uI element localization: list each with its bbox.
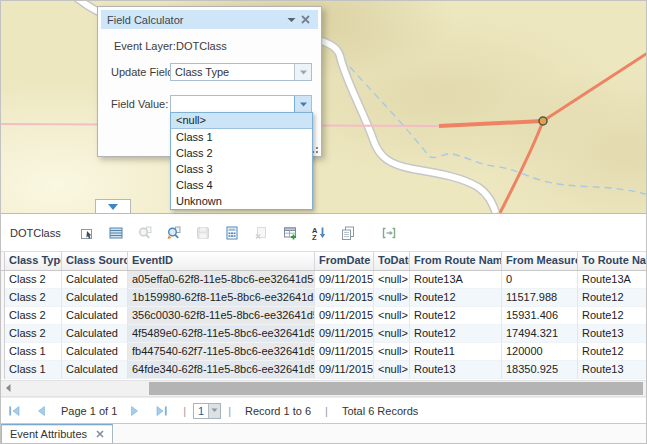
table-cell[interactable]: Class 2: [5, 307, 62, 325]
table-cell[interactable]: Route12: [410, 307, 502, 325]
table-cell[interactable]: Class 2: [5, 271, 62, 289]
table-cell[interactable]: 4f5489e0-62f8-11e5-8bc6-ee32641d5ec9: [128, 325, 315, 343]
table-cell[interactable]: Calculated: [62, 289, 128, 307]
table-row[interactable]: Class 2Calculated356c0030-62f8-11e5-8bc6…: [1, 307, 647, 325]
chevron-down-icon[interactable]: [284, 13, 298, 27]
table-cell[interactable]: Route13: [410, 361, 502, 379]
column-header-fromdate[interactable]: FromDate: [315, 252, 374, 270]
column-header-class-type[interactable]: Class Type: [5, 252, 62, 270]
scrollbar-thumb[interactable]: [149, 382, 643, 395]
table-cell[interactable]: <null>: [374, 343, 410, 361]
attribute-set-icon[interactable]: [340, 225, 356, 241]
table-cell[interactable]: Class 2: [5, 325, 62, 343]
table-cell[interactable]: Route12: [410, 325, 502, 343]
show-selected-records-icon[interactable]: [108, 225, 124, 241]
table-cell[interactable]: fb447540-62f7-11e5-8bc6-ee32641d5ec9: [128, 343, 315, 361]
dialog-titlebar[interactable]: Field Calculator: [101, 10, 318, 29]
close-icon[interactable]: [96, 428, 104, 440]
table-row[interactable]: Class 1Calculated64fde340-62f8-11e5-8bc6…: [1, 361, 647, 379]
field-value-select[interactable]: [170, 95, 312, 113]
table-cell[interactable]: Class 1: [5, 343, 62, 361]
table-cell[interactable]: Calculated: [62, 343, 128, 361]
table-row[interactable]: Class 2Calculated4f5489e0-62f8-11e5-8bc6…: [1, 325, 647, 343]
update-field-label: Update Field:: [111, 66, 176, 78]
update-field-select[interactable]: Class Type: [170, 63, 312, 81]
horizontal-scrollbar[interactable]: [1, 380, 646, 397]
table-cell[interactable]: <null>: [374, 325, 410, 343]
table-cell[interactable]: a05effa0-62f8-11e5-8bc6-ee32641d5ec9: [128, 271, 315, 289]
table-cell[interactable]: Class 2: [5, 289, 62, 307]
table-cell[interactable]: <null>: [374, 289, 410, 307]
page-count-label: Page 1 of 1: [61, 405, 117, 417]
page-number-select[interactable]: 1: [193, 403, 221, 419]
table-cell[interactable]: Calculated: [62, 307, 128, 325]
dropdown-option[interactable]: Unknown: [171, 193, 312, 209]
table-cell[interactable]: Route12: [410, 289, 502, 307]
attribute-zoom-icon[interactable]: [166, 225, 182, 241]
column-header-from-measure[interactable]: From Measure: [502, 252, 578, 270]
table-cell[interactable]: <null>: [374, 307, 410, 325]
table-cell[interactable]: <null>: [374, 271, 410, 289]
dropdown-option[interactable]: Class 3: [171, 161, 312, 177]
table-cell[interactable]: 64fde340-62f8-11e5-8bc6-ee32641d5ec9: [128, 361, 315, 379]
close-icon[interactable]: [298, 13, 312, 27]
column-header-class-source[interactable]: Class Source: [62, 252, 128, 270]
column-header-to-route-name[interactable]: To Route Name: [578, 252, 647, 270]
table-cell[interactable]: 09/11/2015: [315, 271, 374, 289]
previous-page-button[interactable]: [35, 405, 46, 417]
table-row[interactable]: Class 2Calculated1b159980-62f8-11e5-8bc6…: [1, 289, 647, 307]
table-cell[interactable]: 09/11/2015: [315, 361, 374, 379]
column-header-from-route-name[interactable]: From Route Name: [410, 252, 502, 270]
route-line-northeast: [543, 52, 647, 121]
chevron-down-icon[interactable]: [208, 404, 220, 418]
panel-collapse-tab[interactable]: [95, 199, 131, 213]
table-cell[interactable]: 120000: [502, 343, 578, 361]
table-cell[interactable]: 09/11/2015: [315, 307, 374, 325]
offset-icon[interactable]: [381, 225, 397, 241]
table-cell[interactable]: 356c0030-62f8-11e5-8bc6-ee32641d5ec9: [128, 307, 315, 325]
table-row[interactable]: Class 1Calculatedfb447540-62f7-11e5-8bc6…: [1, 343, 647, 361]
tab-event-attributes[interactable]: Event Attributes: [1, 424, 113, 444]
column-header-todate[interactable]: ToDate: [374, 252, 410, 270]
column-header-eventid[interactable]: EventID: [128, 252, 315, 270]
table-cell[interactable]: Route13A: [578, 271, 647, 289]
grid-header-row: Class TypeClass SourceEventIDFromDateToD…: [1, 251, 647, 271]
dropdown-option[interactable]: Class 4: [171, 177, 312, 193]
field-calculator-icon[interactable]: [224, 225, 240, 241]
scroll-left-arrow-icon[interactable]: [4, 383, 12, 395]
table-row[interactable]: Class 2Calculateda05effa0-62f8-11e5-8bc6…: [1, 271, 647, 289]
first-page-button[interactable]: [8, 405, 21, 417]
dropdown-option[interactable]: Class 2: [171, 145, 312, 161]
next-page-button[interactable]: [130, 405, 141, 417]
chevron-down-icon[interactable]: [294, 96, 311, 112]
table-cell[interactable]: 1b159980-62f8-11e5-8bc6-ee32641d5ec9: [128, 289, 315, 307]
table-cell[interactable]: 11517.988: [502, 289, 578, 307]
table-cell[interactable]: 17494.321: [502, 325, 578, 343]
table-cell[interactable]: Route13: [578, 325, 647, 343]
table-cell[interactable]: 15931.406: [502, 307, 578, 325]
table-cell[interactable]: 09/11/2015: [315, 289, 374, 307]
table-cell[interactable]: Calculated: [62, 271, 128, 289]
sort-icon[interactable]: AZ: [311, 225, 327, 241]
table-cell[interactable]: Route12: [578, 307, 647, 325]
dropdown-option[interactable]: Class 1: [171, 129, 312, 145]
last-page-button[interactable]: [155, 405, 168, 417]
table-cell[interactable]: Route12: [578, 289, 647, 307]
table-cell[interactable]: 18350.925: [502, 361, 578, 379]
table-cell[interactable]: Route11: [410, 343, 502, 361]
table-cell[interactable]: Route13: [578, 361, 647, 379]
table-cell[interactable]: Route13A: [410, 271, 502, 289]
table-cell[interactable]: <null>: [374, 361, 410, 379]
add-record-icon[interactable]: [282, 225, 298, 241]
table-cell[interactable]: 0: [502, 271, 578, 289]
table-cell[interactable]: 09/11/2015: [315, 325, 374, 343]
table-cell[interactable]: Calculated: [62, 325, 128, 343]
table-cell[interactable]: 09/11/2015: [315, 343, 374, 361]
table-cell[interactable]: Calculated: [62, 361, 128, 379]
dropdown-option[interactable]: <null>: [171, 113, 312, 129]
table-cell[interactable]: Route12: [578, 343, 647, 361]
chevron-down-icon[interactable]: [294, 64, 311, 80]
table-cell[interactable]: Class 1: [5, 361, 62, 379]
event-layer-value: DOTClass: [176, 40, 227, 52]
select-features-icon[interactable]: [79, 225, 95, 241]
